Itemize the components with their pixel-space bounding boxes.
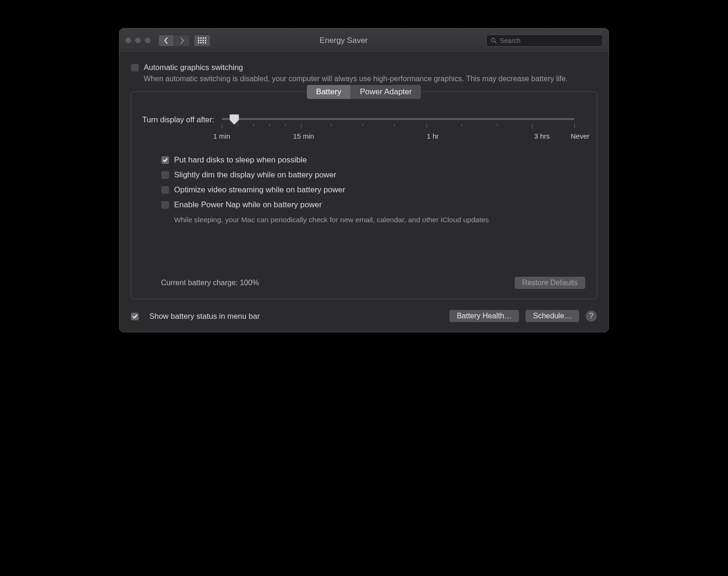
slider-tick-1min: 1 min [213, 132, 231, 140]
dim-display-label: Slightly dim the display while on batter… [174, 170, 336, 180]
close-window-button[interactable] [125, 37, 131, 43]
chevron-left-icon [164, 37, 168, 44]
display-off-label: Turn display off after: [142, 114, 214, 124]
grid-icon [198, 37, 206, 43]
check-icon [162, 157, 168, 163]
battery-health-button[interactable]: Battery Health… [449, 309, 519, 323]
slider-ticks [222, 124, 574, 128]
power-nap-row: Enable Power Nap while on battery power … [161, 200, 586, 225]
chevron-right-icon [180, 37, 184, 44]
options-list: Put hard disks to sleep when possible Sl… [161, 155, 586, 225]
help-button[interactable]: ? [585, 310, 597, 322]
search-input[interactable] [500, 37, 599, 44]
window-controls [125, 37, 151, 43]
check-icon [132, 314, 138, 319]
forward-button[interactable] [174, 35, 190, 47]
dim-display-row: Slightly dim the display while on batter… [161, 170, 586, 180]
slider-tick-labels: 1 min 15 min 1 hr 3 hrs Never [222, 132, 586, 141]
power-nap-description: While sleeping, your Mac can periodicall… [174, 215, 491, 225]
settings-panel: Battery Power Adapter Turn display off a… [131, 91, 597, 299]
question-icon: ? [589, 312, 594, 320]
toolbar: Energy Saver [119, 28, 609, 53]
battery-charge-status: Current battery charge: 100% [161, 279, 259, 287]
slider-tick-1hr: 1 hr [427, 132, 439, 140]
auto-graphics-checkbox[interactable] [131, 63, 139, 72]
show-status-label: Show battery status in menu bar [149, 312, 260, 321]
search-field[interactable] [486, 35, 603, 47]
power-nap-checkbox[interactable] [161, 201, 169, 209]
auto-graphics-row: Automatic graphics switching [131, 63, 597, 72]
window-footer: Show battery status in menu bar Battery … [131, 309, 597, 323]
back-button[interactable] [158, 35, 174, 47]
display-off-slider[interactable]: 1 min 15 min 1 hr 3 hrs Never [222, 114, 586, 141]
slider-tick-15min: 15 min [293, 132, 314, 140]
auto-graphics-label: Automatic graphics switching [144, 63, 243, 72]
window-title: Energy Saver [214, 36, 483, 45]
slider-track [222, 118, 574, 120]
dim-display-checkbox[interactable] [161, 171, 169, 179]
content-area: Automatic graphics switching When automa… [119, 53, 609, 332]
tab-bar: Battery Power Adapter [306, 84, 421, 99]
zoom-window-button[interactable] [145, 37, 151, 43]
slider-tick-3hrs: 3 hrs [534, 132, 550, 140]
schedule-button[interactable]: Schedule… [525, 309, 580, 323]
restore-defaults-button[interactable]: Restore Defaults [514, 276, 586, 289]
slider-tick-never: Never [571, 132, 589, 140]
show-status-checkbox[interactable] [131, 312, 139, 321]
optimize-video-row: Optimize video streaming while on batter… [161, 185, 586, 195]
slider-thumb[interactable] [230, 114, 239, 125]
auto-graphics-description: When automatic switching is disabled, yo… [144, 74, 597, 84]
preferences-window: Energy Saver Automatic graphics switchin… [119, 28, 609, 332]
hdd-sleep-row: Put hard disks to sleep when possible [161, 155, 586, 165]
minimize-window-button[interactable] [135, 37, 141, 43]
search-icon [490, 37, 497, 44]
hdd-sleep-label: Put hard disks to sleep when possible [174, 155, 307, 165]
hdd-sleep-checkbox[interactable] [161, 156, 169, 164]
tab-power-adapter[interactable]: Power Adapter [350, 85, 421, 99]
show-all-button[interactable] [194, 35, 210, 47]
tab-battery[interactable]: Battery [307, 85, 350, 99]
display-off-slider-row: Turn display off after: [142, 114, 586, 141]
optimize-video-checkbox[interactable] [161, 186, 169, 194]
power-nap-label: Enable Power Nap while on battery power [174, 200, 322, 210]
nav-buttons [158, 35, 190, 47]
panel-footer: Current battery charge: 100% Restore Def… [142, 276, 586, 289]
svg-line-1 [495, 41, 497, 43]
optimize-video-label: Optimize video streaming while on batter… [174, 185, 345, 195]
